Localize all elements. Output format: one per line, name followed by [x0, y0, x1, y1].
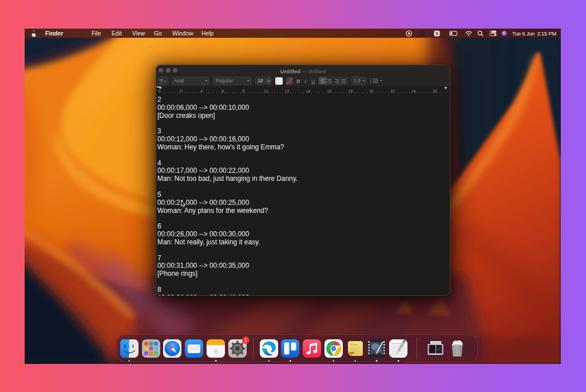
svg-text:6: 6: [213, 347, 217, 356]
svg-text:Subler: Subler: [374, 353, 379, 355]
svg-text:S: S: [435, 31, 438, 36]
